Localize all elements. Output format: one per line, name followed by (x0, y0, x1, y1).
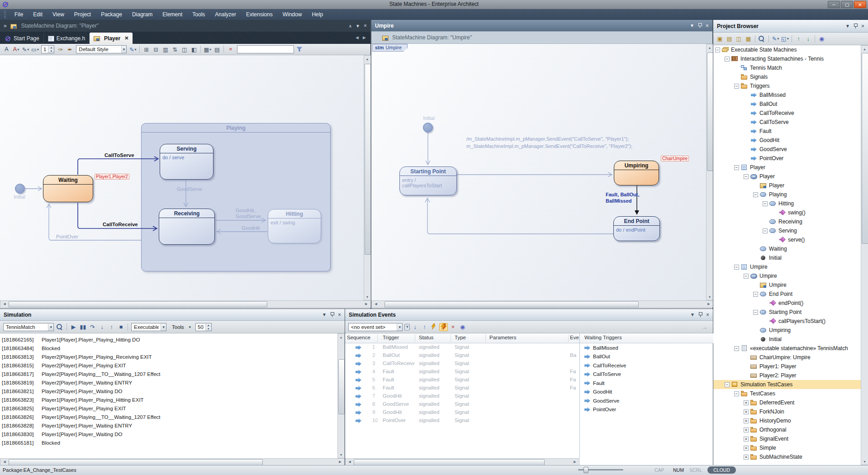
column-header-type[interactable]: Type (455, 335, 466, 340)
scroll-up-icon[interactable]: ▲ (364, 56, 370, 62)
bring-forward-icon[interactable]: ◫ (180, 45, 189, 53)
scroll-down-icon[interactable]: ▼ (338, 451, 344, 458)
run-icon[interactable]: ▶ (69, 323, 78, 331)
tab-scroll-right-icon[interactable]: ▶ (363, 35, 366, 40)
collapse-icon[interactable]: − (744, 274, 749, 279)
tree-item-executable-state-machines[interactable]: −Executable State Machines (713, 45, 861, 54)
expand-icon[interactable]: + (744, 400, 749, 405)
tree-item-player[interactable]: −Player (713, 163, 861, 172)
move-down-icon[interactable]: ↓ (804, 35, 812, 43)
scroll-up-icon[interactable]: ▲ (338, 334, 344, 340)
close-tab-icon[interactable]: ✕ (124, 35, 128, 41)
state-hitting[interactable]: Hitting exit / swing (268, 209, 321, 243)
collapse-icon[interactable]: − (744, 174, 749, 179)
log-entry[interactable]: [1818663823]Player1[Player].Player_Playi… (0, 396, 337, 404)
dropdown-icon[interactable]: ▾ (209, 48, 211, 52)
stop-icon[interactable]: ■ (117, 323, 125, 331)
tree-item-receiving[interactable]: Receiving (713, 217, 861, 226)
menu-drag-handle[interactable] (5, 11, 7, 18)
scrollbar-thumb[interactable] (365, 64, 371, 255)
scroll-right-icon[interactable]: ▶ (337, 459, 343, 465)
pin-icon[interactable] (698, 312, 702, 317)
tree-item-tennis-match[interactable]: Tennis Match (713, 63, 861, 72)
state-starting-point[interactable]: Starting Point entry / callPlayersToStar… (399, 166, 457, 195)
collapse-icon[interactable]: − (753, 310, 758, 315)
menu-diagram[interactable]: Diagram (127, 10, 157, 19)
state-umpiring[interactable]: Umpiring (614, 161, 659, 185)
column-header-trigger[interactable]: Trigger (383, 335, 399, 340)
spin-up-icon[interactable]: ▲ (206, 323, 211, 327)
scroll-right-icon[interactable]: ▶ (363, 301, 370, 307)
tab-scroll-left-icon[interactable]: ◀ (356, 35, 359, 40)
panel-menu-icon[interactable]: ▼ (845, 24, 850, 28)
waiting-trigger-item[interactable]: Fault (580, 379, 713, 388)
pause-icon[interactable]: ▮▮ (79, 323, 87, 331)
vertical-scrollbar[interactable]: ▲ ▼ (861, 45, 868, 465)
event-row[interactable]: 7GoodHitsignalledSignal (345, 392, 579, 400)
new-diagram-icon[interactable]: ◫ (735, 35, 743, 43)
tree-item-serve[interactable]: serve() (713, 235, 861, 244)
move-down-icon[interactable]: ↓ (411, 323, 419, 331)
tree-item-signals[interactable]: Signals (713, 72, 861, 81)
tree-item-interacting-statemachines-tennis[interactable]: −Interacting Statemachines - Tennis (713, 54, 861, 63)
scroll-down-icon[interactable]: ▼ (861, 458, 868, 465)
expand-caption-icon[interactable]: » (0, 23, 10, 29)
zoom-slider[interactable] (578, 469, 623, 470)
dropdown-icon[interactable]: ▾ (787, 37, 789, 41)
dropdown-icon[interactable]: ▾ (17, 48, 19, 52)
scrollbar-thumb[interactable] (9, 301, 267, 308)
auto-fire-icon[interactable] (439, 323, 448, 331)
event-row[interactable]: 2BallOutsignalledSignalBa (345, 352, 579, 360)
copy-icon[interactable]: ◱▾ (781, 35, 789, 43)
tree-item-endpoint[interactable]: endPoint() (713, 299, 861, 308)
vertical-scrollbar[interactable]: ▲ ▼ (337, 333, 345, 458)
collapse-icon[interactable]: − (753, 292, 758, 297)
space-evenly-icon[interactable]: ▥ (161, 45, 170, 53)
collapse-icon[interactable]: − (734, 346, 739, 351)
waiting-trigger-item[interactable]: CallToReceive (580, 361, 713, 370)
align-left-icon[interactable]: ⊞ (142, 45, 151, 53)
event-set-combo[interactable]: <no event set>▾ (348, 323, 403, 331)
font-style-icon[interactable]: A (2, 45, 11, 53)
close-panel-icon[interactable]: × (338, 312, 341, 318)
match-height-icon[interactable]: ⇅ (171, 45, 179, 53)
scrollbar-thumb[interactable] (9, 459, 263, 466)
menu-element[interactable]: Element (157, 10, 187, 19)
collapse-icon[interactable]: − (715, 48, 720, 52)
tree-item-executable-statemachine-tennismatch[interactable]: −«executable statemachine» TennisMatch (713, 344, 861, 353)
autoroute-icon[interactable]: ▦▾ (203, 45, 212, 53)
transition-initial-startingpoint[interactable] (426, 133, 430, 165)
script-combo[interactable]: TennisMatch▾ (3, 323, 54, 331)
pin-icon[interactable] (698, 23, 702, 28)
dropdown-icon[interactable]: ▾ (161, 323, 166, 331)
move-up-icon[interactable]: ↑ (420, 323, 429, 331)
expand-icon[interactable]: + (744, 455, 749, 460)
next-page-icon[interactable]: → (702, 324, 711, 330)
diagram-search-input[interactable] (237, 45, 294, 53)
waiting-trigger-item[interactable]: GoodServe (580, 396, 713, 405)
dropdown-icon[interactable]: ▾ (48, 323, 53, 331)
filter-icon[interactable] (296, 47, 302, 52)
event-row[interactable]: 8GoodServesignalledSignal (345, 400, 579, 408)
tree-item-player1-player[interactable]: Player1: Player (713, 362, 861, 371)
scroll-left-icon[interactable]: ◀ (373, 301, 379, 307)
tree-item-serving[interactable]: −Serving (713, 226, 861, 235)
tree-item-submachinestate[interactable]: +SubMachineState (713, 452, 861, 461)
tree-item-calltoreceive[interactable]: CallToReceive (713, 109, 861, 118)
state-waiting[interactable]: Waiting (43, 175, 93, 202)
dropdown-icon[interactable]: ▾ (37, 48, 39, 52)
scrollbar-thumb[interactable] (338, 359, 345, 414)
horizontal-scrollbar[interactable]: ◀ ▶ (0, 458, 345, 466)
menu-window[interactable]: Window (278, 10, 307, 19)
log-entry[interactable]: [1818663813]Player2[Player].Player_Playi… (0, 353, 337, 361)
tree-item-chairumpire-umpire[interactable]: ChairUmpire: Umpire (713, 353, 861, 362)
tree-item-ballout[interactable]: BallOut (713, 100, 861, 109)
tree-item-testcases[interactable]: −TestCases (713, 389, 861, 398)
tree-item-player2-player[interactable]: Player2: Player (713, 371, 861, 380)
tree-item-umpire[interactable]: −Umpire (713, 271, 861, 280)
waiting-trigger-item[interactable]: BallMissed (580, 343, 713, 352)
state-end-point[interactable]: End Point do / endPoint (613, 216, 660, 241)
expand-icon[interactable]: + (744, 437, 749, 442)
scrollbar-thumb[interactable] (707, 52, 713, 171)
search-icon[interactable] (758, 35, 766, 43)
